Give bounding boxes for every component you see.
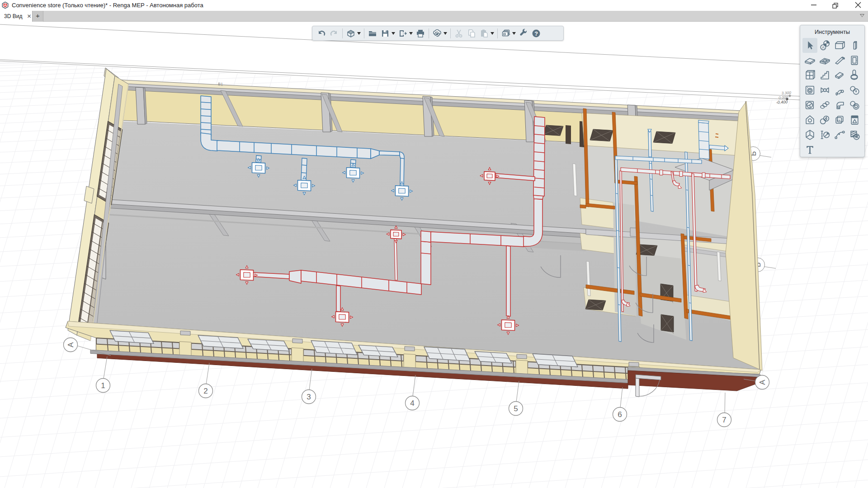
svg-text:1: 1 xyxy=(101,381,105,390)
svg-text:А: А xyxy=(66,342,75,347)
svg-text:7: 7 xyxy=(722,416,726,424)
svg-text:2: 2 xyxy=(203,387,208,395)
svg-text:-0,400: -0,400 xyxy=(776,99,788,104)
svg-text:5: 5 xyxy=(514,404,518,413)
svg-text:В1: В1 xyxy=(218,82,223,87)
svg-text:4: 4 xyxy=(410,399,414,408)
svg-text:A: A xyxy=(822,45,825,50)
svg-text:А: А xyxy=(758,380,767,385)
svg-text:6: 6 xyxy=(618,410,622,419)
svg-text:?: ? xyxy=(534,30,538,37)
svg-text:3,300: 3,300 xyxy=(781,90,791,95)
svg-text:3: 3 xyxy=(307,393,311,401)
